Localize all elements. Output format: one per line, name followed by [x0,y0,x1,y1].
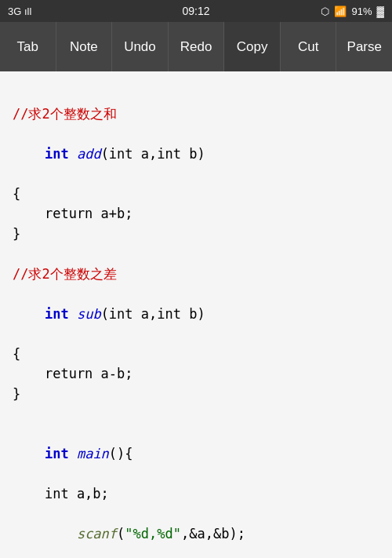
code-line-func-main: int main(){ [13,425,379,485]
undo-button[interactable]: Undo [112,22,169,71]
cut-button[interactable]: Cut [281,22,337,71]
func-name-main: main [77,446,109,461]
code-line-blank-1 [13,84,379,104]
func-scanf: scanf [45,526,117,542]
battery-text: 91% [351,5,372,17]
code-line-return-add: return a+b; [13,204,379,224]
scanf-paren-open: ( [117,526,125,542]
keyword-int-2: int [45,306,77,322]
signal-text: 3G ıll [8,5,31,17]
func-params-add: (int a,int b) [101,146,205,162]
keyword-int-3: int [45,446,77,461]
func-name-sub: sub [77,306,101,322]
toolbar: Tab Note Undo Redo Copy Cut Parse [0,22,392,71]
battery-indicator: ▓ [377,5,384,17]
code-line-close-brace-1: } [13,224,379,245]
code-line-blank-3 [13,404,379,425]
status-time: 09:12 [182,5,209,17]
code-editor[interactable]: //求2个整数之和 int add(int a,int b) { return … [0,71,392,558]
code-line-scanf: scanf("%d,%d",&a,&b); [13,505,379,559]
code-line-close-brace-2: } [13,385,379,405]
code-line-open-brace-1: { [13,184,379,205]
parse-button[interactable]: Parse [336,22,392,71]
scanf-format: "%d,%d" [125,526,181,542]
status-left: 3G ıll [8,5,31,17]
keyword-int-1: int [45,146,77,162]
status-bar: 3G ıll 09:12 ⬡ 📶 91% ▓ [0,0,392,22]
redo-button[interactable]: Redo [169,22,225,71]
status-right: ⬡ 📶 91% ▓ [321,5,384,17]
code-line-func-add: int add(int a,int b) [13,124,379,184]
battery-icon: ⬡ [321,5,329,17]
note-button[interactable]: Note [56,22,113,71]
scanf-args: ,&a,&b); [181,526,245,542]
func-params-main: (){ [109,446,133,461]
code-line-comment-2: //求2个整数之差 [13,264,379,285]
func-params-sub: (int a,int b) [101,306,205,322]
code-line-comment-1: //求2个整数之和 [13,104,379,125]
code-line-func-sub: int sub(int a,int b) [13,284,379,345]
code-line-blank-2 [13,244,379,264]
copy-button[interactable]: Copy [224,22,281,71]
code-line-open-brace-2: { [13,345,379,365]
tab-button[interactable]: Tab [0,22,56,71]
wifi-icon: 📶 [334,5,347,17]
func-name-add: add [77,146,101,162]
code-line-decl: int a,b; [13,484,379,505]
code-line-return-sub: return a-b; [13,364,379,385]
